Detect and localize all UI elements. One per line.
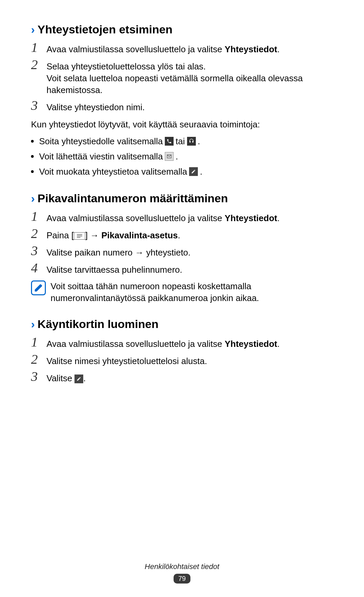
step-2-4: 4 Valitse tarvittaessa puhelinnumero. [31,263,333,276]
list-item: Voit muokata yhteystietoa valitsemalla . [31,165,333,178]
phone-icon [165,137,174,146]
step-text-post: . [277,339,279,349]
bullet-mid: tai [176,135,185,148]
section-heading-2: › Pikavalintanumeron määrittäminen [31,192,333,205]
bullet-post: . [176,150,178,163]
step-number: 1 [31,335,41,349]
step-mid: ] → [85,230,101,240]
step-text: Avaa valmiustilassa sovellusluettelo ja … [47,339,224,349]
step-number: 3 [31,99,41,112]
step-text: Avaa valmiustilassa sovellusluettelo ja … [47,44,224,54]
bullet-text: Soita yhteystiedolle valitsemalla [39,135,163,148]
step-line: Voit selata luetteloa nopeasti vetämällä… [47,72,333,96]
note-box: Voit soittaa tähän numeroon nopeasti kos… [31,280,333,304]
step-number: 2 [31,353,41,366]
bullet-icon [31,170,34,173]
step-body: Valitse tarvittaessa puhelinnumero. [47,263,182,276]
chevron-icon: › [31,24,35,35]
step-number: 2 [31,58,41,71]
bullet-text: Voit lähettää viestin valitsemalla [39,150,163,163]
bullet-text: Voit muokata yhteystietoa valitsemalla [39,165,187,178]
step-post: . [178,230,180,240]
note-text: Voit soittaa tähän numeroon nopeasti kos… [51,280,333,304]
step-bold: Yhteystiedot [224,339,277,349]
step-body: Valitse nimesi yhteystietoluettelosi alu… [47,354,207,367]
step-number: 3 [31,370,41,383]
bullet-post: . [200,165,202,178]
step-body: Avaa valmiustilassa sovellusluettelo ja … [47,211,280,224]
step-3-1: 1 Avaa valmiustilassa sovellusluettelo j… [31,337,333,350]
bullet-icon [31,140,34,143]
step-text-post: . [277,44,279,54]
step-text: Avaa valmiustilassa sovellusluettelo ja … [47,213,224,223]
step-body: Selaa yhteystietoluettelossa ylös tai al… [47,59,333,96]
page-footer: Henkilökohtaiset tiedot 79 [0,562,364,584]
bullet-post: . [198,135,200,148]
footer-title: Henkilökohtaiset tiedot [0,562,364,571]
step-body: Valitse . [47,371,86,384]
step-1-3: 3 Valitse yhteystiedon nimi. [31,100,333,113]
step-number: 2 [31,227,41,240]
menu-icon [74,232,85,240]
section-heading-3: › Käyntikortin luominen [31,318,333,331]
step-1-2: 2 Selaa yhteystietoluettelossa ylös tai … [31,59,333,96]
step-number: 3 [31,244,41,258]
step-bold: Yhteystiedot [224,44,277,54]
bullet-list: Soita yhteystiedolle valitsemalla tai . … [31,135,333,178]
heading-text: Yhteystietojen etsiminen [37,23,173,36]
step-2-2: 2 Paina [ ] → Pikavalinta-asetus. [31,228,333,241]
step-body: Valitse yhteystiedon nimi. [47,100,145,113]
step-1-1: 1 Avaa valmiustilassa sovellusluettelo j… [31,42,333,55]
paragraph: Kun yhteystiedot löytyvät, voit käyttää … [31,119,333,130]
step-3-3: 3 Valitse . [31,371,333,384]
step-bold: Pikavalinta-asetus [101,230,178,240]
chevron-icon: › [31,318,35,330]
edit-icon [189,167,198,176]
step-body: Paina [ ] → Pikavalinta-asetus. [47,228,180,241]
note-icon [31,280,46,295]
step-post: . [83,373,86,383]
step-body: Avaa valmiustilassa sovellusluettelo ja … [47,42,280,55]
step-3-2: 2 Valitse nimesi yhteystietoluettelosi a… [31,354,333,367]
step-line: Selaa yhteystietoluettelossa ylös tai al… [47,61,333,72]
heading-text: Käyntikortin luominen [37,318,158,331]
step-number: 1 [31,41,41,54]
step-text: Valitse [47,373,74,383]
page-number: 79 [174,574,190,584]
step-text-post: . [277,213,279,223]
step-text: Paina [ [47,230,74,240]
list-item: Soita yhteystiedolle valitsemalla tai . [31,135,333,148]
step-2-1: 1 Avaa valmiustilassa sovellusluettelo j… [31,211,333,224]
step-number: 4 [31,261,41,275]
chevron-icon: › [31,192,35,204]
edit-icon [74,375,83,383]
phone-headset-icon [187,137,196,146]
step-number: 1 [31,210,41,223]
section-heading-1: › Yhteystietojen etsiminen [31,23,333,36]
step-bold: Yhteystiedot [224,213,277,223]
envelope-icon [165,152,174,161]
step-body: Avaa valmiustilassa sovellusluettelo ja … [47,337,280,350]
bullet-icon [31,155,34,158]
list-item: Voit lähettää viestin valitsemalla . [31,150,333,163]
heading-text: Pikavalintanumeron määrittäminen [37,192,228,205]
step-body: Valitse paikan numero → yhteystieto. [47,245,190,259]
step-2-3: 3 Valitse paikan numero → yhteystieto. [31,245,333,259]
